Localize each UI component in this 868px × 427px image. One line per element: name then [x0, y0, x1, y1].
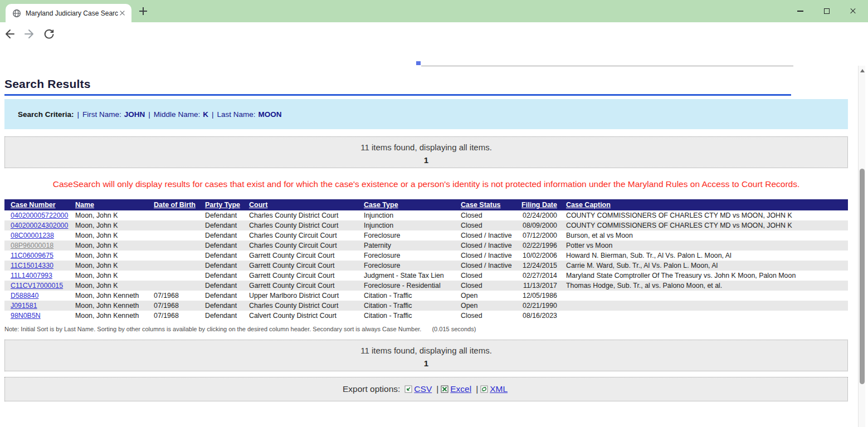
- case-type-cell: Foreclosure - Residential: [364, 281, 461, 291]
- case-caption-cell: Carrie M. Ward, Sub. Tr., Al Vs. Palon L…: [566, 261, 848, 271]
- minimize-button[interactable]: [787, 0, 813, 22]
- case-number-link[interactable]: 98N0B5N: [11, 312, 41, 320]
- dob-cell: 07/1968: [154, 291, 205, 301]
- items-found-box-bottom: 11 items found, displaying all items. 1: [4, 340, 848, 371]
- close-icon: [850, 8, 856, 14]
- case-caption-cell: [566, 291, 848, 301]
- column-header-date-of-birth[interactable]: Date of Birth: [154, 199, 205, 210]
- case-number-cell: 08C00001238: [4, 230, 75, 241]
- vertical-scrollbar[interactable]: [858, 66, 865, 427]
- party-type-cell: Defendant: [205, 241, 249, 251]
- dob-cell: [154, 220, 205, 230]
- filing-date-cell: 02/27/2014: [521, 271, 566, 281]
- case-type-cell: Citation - Traffic: [364, 301, 461, 311]
- case-number-link[interactable]: C11CV17000015: [11, 282, 63, 289]
- main-column: Search Results Search Criteria: | First …: [4, 46, 848, 401]
- name-cell: Moon, John K: [75, 281, 154, 291]
- case-number-cell: J091581: [4, 301, 75, 311]
- name-cell: Moon, John Kenneth: [75, 311, 154, 321]
- column-header-party-type[interactable]: Party Type: [205, 199, 249, 210]
- case-status-cell: Open: [461, 291, 521, 301]
- items-found-text: 11 items found, displaying all items.: [5, 345, 847, 357]
- close-button[interactable]: [840, 0, 866, 22]
- scrollbar-up-arrow-icon[interactable]: [860, 69, 865, 72]
- case-type-cell: Foreclosure: [364, 230, 461, 241]
- court-cell: Charles County Circuit Court: [249, 241, 364, 251]
- party-type-cell: Defendant: [205, 230, 249, 241]
- export-xml-link[interactable]: XML: [490, 384, 508, 394]
- case-number-link[interactable]: 08P96000018: [11, 242, 53, 249]
- dob-cell: [154, 241, 205, 251]
- court-cell: Calvert County District Court: [249, 311, 364, 321]
- browser-toolbar: casesearch.courts.state.md.us/casesearch…: [0, 22, 868, 46]
- court-cell: Garrett County Circuit Court: [249, 261, 364, 271]
- column-header-case-type[interactable]: Case Type: [364, 199, 461, 210]
- filing-date-cell: 02/21/1990: [521, 301, 566, 311]
- name-cell: Moon, John K: [75, 210, 154, 220]
- case-caption-cell: Burson, et al vs Moon: [566, 230, 848, 241]
- dob-cell: [154, 251, 205, 261]
- table-row: 040200024302000Moon, John KDefendantChar…: [4, 220, 848, 230]
- case-number-link[interactable]: 08C00001238: [11, 232, 54, 239]
- case-type-cell: Citation - Traffic: [364, 311, 461, 321]
- criteria-separator: |: [212, 110, 214, 119]
- middle-name-label: Middle Name:: [154, 110, 200, 119]
- export-separator: |: [436, 384, 438, 394]
- column-header-name[interactable]: Name: [75, 199, 154, 210]
- scrollbar-thumb[interactable]: [860, 169, 865, 384]
- case-number-cell: D588840: [4, 291, 75, 301]
- case-caption-cell: COUNTY COMMISSIONERS OF CHARLES CTY MD v…: [566, 210, 848, 220]
- maximize-icon: [824, 8, 830, 14]
- case-number-link[interactable]: 11C06009675: [11, 252, 53, 259]
- tab-strip: Maryland Judiciary Case Search: [0, 0, 868, 22]
- column-header-case-status[interactable]: Case Status: [461, 199, 521, 210]
- name-cell: Moon, John K: [75, 251, 154, 261]
- filing-date-cell: 02/24/2000: [521, 210, 566, 220]
- column-header-case-caption[interactable]: Case Caption: [566, 199, 848, 210]
- export-excel-link[interactable]: Excel: [450, 384, 471, 394]
- filing-date-cell: 08/16/2023: [521, 311, 566, 321]
- case-status-cell: Closed: [461, 271, 521, 281]
- page-title: Search Results: [4, 77, 91, 90]
- case-caption-cell: Maryland State Comptroller Of The Treasu…: [566, 271, 848, 281]
- table-row: 11C15014330Moon, John KDefendantGarrett …: [4, 261, 848, 271]
- case-number-link[interactable]: 11C15014330: [11, 262, 53, 269]
- case-status-cell: Closed / Inactive: [461, 251, 521, 261]
- query-timing: (0.015 seconds): [432, 326, 476, 332]
- case-caption-cell: [566, 301, 848, 311]
- column-header-case-number[interactable]: Case Number: [4, 199, 75, 210]
- case-number-cell: 11C15014330: [4, 261, 75, 271]
- table-row: 040200005722000Moon, John KDefendantChar…: [4, 210, 848, 220]
- table-row: 98N0B5NMoon, John Kenneth07/1968Defendan…: [4, 311, 848, 321]
- criteria-separator: |: [77, 110, 80, 119]
- case-number-link[interactable]: 040200005722000: [11, 212, 68, 219]
- case-number-cell: 11C06009675: [4, 251, 75, 261]
- case-caption-cell: Thomas Hodge, Sub. Tr., al vs. Palono Mo…: [566, 281, 848, 291]
- case-number-link[interactable]: 040200024302000: [11, 222, 68, 229]
- case-number-link[interactable]: J091581: [11, 302, 37, 310]
- case-number-cell: 040200024302000: [4, 220, 75, 230]
- case-number-link[interactable]: D588840: [11, 292, 38, 300]
- page-content: Search Results Search Criteria: | First …: [0, 46, 858, 427]
- access-notice: CaseSearch will only display results for…: [2, 177, 850, 191]
- column-header-filing-date[interactable]: Filing Date: [521, 199, 566, 210]
- tab-close-icon[interactable]: [118, 9, 127, 18]
- case-number-link[interactable]: 11L14007993: [11, 272, 52, 279]
- case-caption-cell: COUNTY COMMISSIONERS OF CHARLES CTY MD v…: [566, 220, 848, 230]
- export-csv-link[interactable]: CSV: [414, 384, 432, 394]
- new-tab-button[interactable]: [138, 6, 148, 16]
- party-type-cell: Defendant: [205, 251, 249, 261]
- maximize-button[interactable]: [813, 0, 840, 22]
- court-cell: Charles County District Court: [249, 220, 364, 230]
- criteria-label: Search Criteria:: [18, 110, 74, 119]
- dob-cell: 07/1968: [154, 311, 205, 321]
- case-status-cell: Closed / Inactive: [461, 261, 521, 271]
- case-caption-cell: Potter vs Moon: [566, 241, 848, 251]
- reload-icon[interactable]: [42, 27, 56, 41]
- case-type-cell: Paternity: [364, 241, 461, 251]
- page-number: 1: [5, 154, 847, 167]
- forward-icon[interactable]: [22, 27, 36, 41]
- tab-maryland-case-search[interactable]: Maryland Judiciary Case Search: [6, 4, 131, 22]
- column-header-court[interactable]: Court: [249, 199, 364, 210]
- back-icon[interactable]: [3, 27, 17, 41]
